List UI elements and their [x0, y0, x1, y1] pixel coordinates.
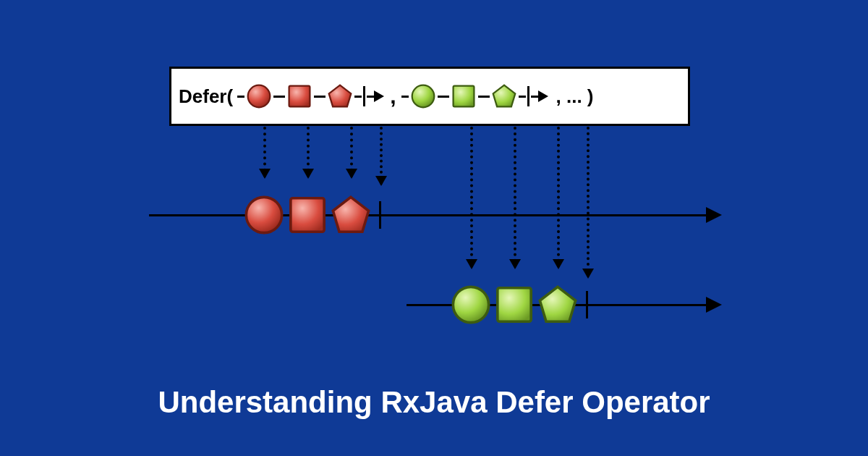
ellipsis-label: , ... ) — [556, 85, 593, 108]
complete-tick-icon — [586, 291, 588, 318]
svg-rect-10 — [498, 288, 531, 321]
mini-timeline-green — [401, 83, 548, 109]
svg-point-0 — [248, 85, 271, 108]
separator-comma: , — [390, 84, 396, 109]
square-icon — [286, 83, 312, 109]
pentagon-icon — [327, 83, 353, 109]
svg-point-9 — [453, 287, 488, 322]
line-segment — [237, 96, 244, 98]
dashed-arrow-icon — [307, 127, 310, 177]
line-segment — [438, 96, 449, 98]
line-segment — [273, 96, 285, 98]
complete-tick-icon — [527, 86, 529, 106]
defer-operator-box: Defer( , — [169, 67, 690, 126]
circle-icon — [410, 83, 436, 109]
svg-marker-11 — [540, 287, 575, 321]
defer-label: Defer( — [179, 85, 233, 108]
circle-icon — [243, 194, 285, 236]
line-segment — [314, 96, 326, 98]
dashed-arrow-icon — [350, 127, 353, 177]
dashed-arrow-icon — [514, 127, 516, 268]
arrow-right-icon — [374, 90, 384, 102]
page-title: Understanding RxJava Defer Operator — [0, 385, 868, 420]
arrow-right-icon — [706, 207, 722, 223]
mini-timeline-red — [237, 83, 384, 109]
square-icon — [451, 83, 477, 109]
dashed-arrow-icon — [557, 127, 560, 268]
line-segment — [519, 96, 526, 98]
circle-icon — [246, 83, 272, 109]
pentagon-icon — [537, 284, 579, 326]
arrow-right-icon — [706, 297, 722, 313]
complete-tick-icon — [363, 86, 365, 106]
svg-point-3 — [412, 85, 435, 108]
output-timeline-1 — [149, 214, 706, 216]
line-segment — [367, 96, 374, 98]
svg-rect-4 — [454, 86, 475, 107]
svg-marker-8 — [333, 197, 368, 232]
pentagon-icon — [491, 83, 517, 109]
line-segment — [401, 96, 409, 98]
svg-marker-5 — [493, 85, 516, 107]
svg-rect-7 — [291, 198, 324, 232]
dashed-arrow-icon — [470, 127, 473, 268]
square-icon — [286, 194, 328, 236]
dashed-arrow-icon — [587, 127, 590, 277]
pentagon-icon — [330, 194, 372, 236]
line-segment — [478, 96, 490, 98]
square-icon — [493, 284, 535, 326]
dashed-arrow-icon — [263, 127, 266, 177]
line-segment — [531, 96, 538, 98]
line-segment — [354, 96, 362, 98]
circle-icon — [450, 284, 492, 326]
dashed-arrow-icon — [380, 127, 383, 185]
svg-marker-2 — [329, 85, 352, 107]
svg-rect-1 — [289, 86, 310, 107]
arrow-right-icon — [538, 90, 548, 102]
svg-point-6 — [246, 197, 281, 232]
complete-tick-icon — [379, 201, 381, 229]
